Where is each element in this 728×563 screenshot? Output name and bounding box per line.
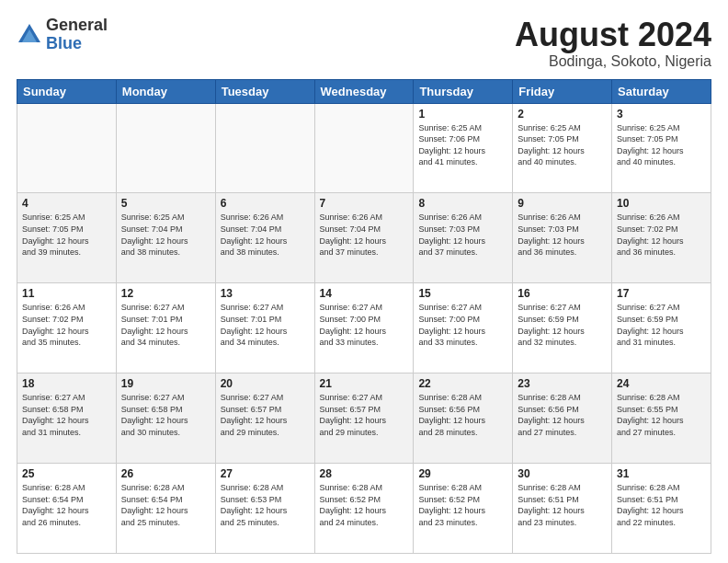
day-number: 15 [418,287,507,300]
calendar-cell: 19Sunrise: 6:27 AM Sunset: 6:58 PM Dayli… [116,373,215,464]
day-number: 29 [418,467,507,480]
calendar-cell: 7Sunrise: 6:26 AM Sunset: 7:04 PM Daylig… [314,193,414,283]
subtitle: Bodinga, Sokoto, Nigeria [515,53,711,70]
day-info: Sunrise: 6:27 AM Sunset: 6:58 PM Dayligh… [121,392,210,438]
day-number: 22 [418,377,507,390]
day-number: 3 [617,108,706,121]
day-number: 19 [121,377,210,390]
day-info: Sunrise: 6:26 AM Sunset: 7:03 PM Dayligh… [518,212,607,258]
day-info: Sunrise: 6:28 AM Sunset: 6:54 PM Dayligh… [22,482,111,528]
calendar-week-row: 11Sunrise: 6:26 AM Sunset: 7:02 PM Dayli… [17,283,711,373]
day-number: 11 [22,287,111,300]
calendar-cell: 2Sunrise: 6:25 AM Sunset: 7:05 PM Daylig… [513,103,612,193]
day-number: 12 [121,287,210,300]
calendar-cell [116,103,215,193]
day-number: 21 [320,377,409,390]
day-header: Sunday [17,79,117,103]
logo-general: General [46,17,108,35]
day-info: Sunrise: 6:28 AM Sunset: 6:53 PM Dayligh… [221,482,310,528]
day-number: 13 [221,287,310,300]
calendar-cell: 17Sunrise: 6:27 AM Sunset: 6:59 PM Dayli… [612,283,711,373]
calendar-cell: 30Sunrise: 6:28 AM Sunset: 6:51 PM Dayli… [513,464,612,554]
day-number: 7 [320,197,409,210]
calendar-cell [215,103,314,193]
calendar-cell: 11Sunrise: 6:26 AM Sunset: 7:02 PM Dayli… [17,283,117,373]
header: General Blue August 2024 Bodinga, Sokoto… [17,17,711,70]
calendar-cell: 3Sunrise: 6:25 AM Sunset: 7:05 PM Daylig… [612,103,711,193]
day-number: 31 [617,467,706,480]
calendar-week-row: 1Sunrise: 6:25 AM Sunset: 7:06 PM Daylig… [17,103,711,193]
day-info: Sunrise: 6:27 AM Sunset: 6:57 PM Dayligh… [320,392,409,438]
day-info: Sunrise: 6:25 AM Sunset: 7:05 PM Dayligh… [617,122,706,168]
day-info: Sunrise: 6:28 AM Sunset: 6:54 PM Dayligh… [121,482,210,528]
calendar-cell: 28Sunrise: 6:28 AM Sunset: 6:52 PM Dayli… [314,464,414,554]
day-info: Sunrise: 6:26 AM Sunset: 7:04 PM Dayligh… [320,212,409,258]
calendar-cell: 16Sunrise: 6:27 AM Sunset: 6:59 PM Dayli… [513,283,612,373]
day-info: Sunrise: 6:27 AM Sunset: 7:01 PM Dayligh… [221,302,310,348]
calendar-cell: 8Sunrise: 6:26 AM Sunset: 7:03 PM Daylig… [414,193,513,283]
calendar-cell: 20Sunrise: 6:27 AM Sunset: 6:57 PM Dayli… [215,373,314,464]
day-number: 16 [518,287,607,300]
day-number: 9 [518,197,607,210]
calendar-cell: 4Sunrise: 6:25 AM Sunset: 7:05 PM Daylig… [17,193,117,283]
day-number: 18 [22,377,111,390]
calendar-cell: 10Sunrise: 6:26 AM Sunset: 7:02 PM Dayli… [612,193,711,283]
day-header: Monday [116,79,215,103]
day-number: 26 [121,467,210,480]
calendar-cell: 21Sunrise: 6:27 AM Sunset: 6:57 PM Dayli… [314,373,414,464]
main-title: August 2024 [515,17,711,53]
day-number: 14 [320,287,409,300]
logo: General Blue [17,17,108,53]
calendar: SundayMondayTuesdayWednesdayThursdayFrid… [17,79,711,554]
day-info: Sunrise: 6:28 AM Sunset: 6:52 PM Dayligh… [320,482,409,528]
day-info: Sunrise: 6:28 AM Sunset: 6:51 PM Dayligh… [518,482,607,528]
day-number: 6 [221,197,310,210]
day-number: 23 [518,377,607,390]
day-info: Sunrise: 6:27 AM Sunset: 6:59 PM Dayligh… [518,302,607,348]
day-info: Sunrise: 6:28 AM Sunset: 6:56 PM Dayligh… [518,392,607,438]
day-info: Sunrise: 6:25 AM Sunset: 7:06 PM Dayligh… [418,122,507,168]
day-info: Sunrise: 6:27 AM Sunset: 6:57 PM Dayligh… [221,392,310,438]
day-info: Sunrise: 6:26 AM Sunset: 7:04 PM Dayligh… [221,212,310,258]
day-info: Sunrise: 6:27 AM Sunset: 7:00 PM Dayligh… [418,302,507,348]
calendar-week-row: 25Sunrise: 6:28 AM Sunset: 6:54 PM Dayli… [17,464,711,554]
day-header: Thursday [414,79,513,103]
day-info: Sunrise: 6:26 AM Sunset: 7:02 PM Dayligh… [22,302,111,348]
calendar-cell: 26Sunrise: 6:28 AM Sunset: 6:54 PM Dayli… [116,464,215,554]
day-number: 25 [22,467,111,480]
day-number: 8 [418,197,507,210]
calendar-cell: 31Sunrise: 6:28 AM Sunset: 6:51 PM Dayli… [612,464,711,554]
calendar-header-row: SundayMondayTuesdayWednesdayThursdayFrid… [17,79,711,103]
day-number: 17 [617,287,706,300]
calendar-cell: 25Sunrise: 6:28 AM Sunset: 6:54 PM Dayli… [17,464,117,554]
day-info: Sunrise: 6:26 AM Sunset: 7:03 PM Dayligh… [418,212,507,258]
day-number: 4 [22,197,111,210]
calendar-cell: 18Sunrise: 6:27 AM Sunset: 6:58 PM Dayli… [17,373,117,464]
calendar-cell: 9Sunrise: 6:26 AM Sunset: 7:03 PM Daylig… [513,193,612,283]
calendar-cell: 12Sunrise: 6:27 AM Sunset: 7:01 PM Dayli… [116,283,215,373]
logo-icon [17,22,42,48]
calendar-cell [17,103,117,193]
day-number: 2 [518,108,607,121]
calendar-cell: 24Sunrise: 6:28 AM Sunset: 6:55 PM Dayli… [612,373,711,464]
calendar-cell: 22Sunrise: 6:28 AM Sunset: 6:56 PM Dayli… [414,373,513,464]
calendar-cell: 5Sunrise: 6:25 AM Sunset: 7:04 PM Daylig… [116,193,215,283]
day-info: Sunrise: 6:27 AM Sunset: 6:58 PM Dayligh… [22,392,111,438]
calendar-cell: 13Sunrise: 6:27 AM Sunset: 7:01 PM Dayli… [215,283,314,373]
day-number: 24 [617,377,706,390]
day-info: Sunrise: 6:28 AM Sunset: 6:52 PM Dayligh… [418,482,507,528]
logo-blue: Blue [46,35,108,53]
calendar-week-row: 18Sunrise: 6:27 AM Sunset: 6:58 PM Dayli… [17,373,711,464]
calendar-cell [314,103,414,193]
day-header: Tuesday [215,79,314,103]
day-number: 5 [121,197,210,210]
calendar-cell: 1Sunrise: 6:25 AM Sunset: 7:06 PM Daylig… [414,103,513,193]
day-info: Sunrise: 6:28 AM Sunset: 6:51 PM Dayligh… [617,482,706,528]
day-number: 1 [418,108,507,121]
day-info: Sunrise: 6:27 AM Sunset: 7:00 PM Dayligh… [320,302,409,348]
day-header: Saturday [612,79,711,103]
day-header: Friday [513,79,612,103]
logo-text: General Blue [46,17,108,53]
calendar-cell: 29Sunrise: 6:28 AM Sunset: 6:52 PM Dayli… [414,464,513,554]
calendar-week-row: 4Sunrise: 6:25 AM Sunset: 7:05 PM Daylig… [17,193,711,283]
